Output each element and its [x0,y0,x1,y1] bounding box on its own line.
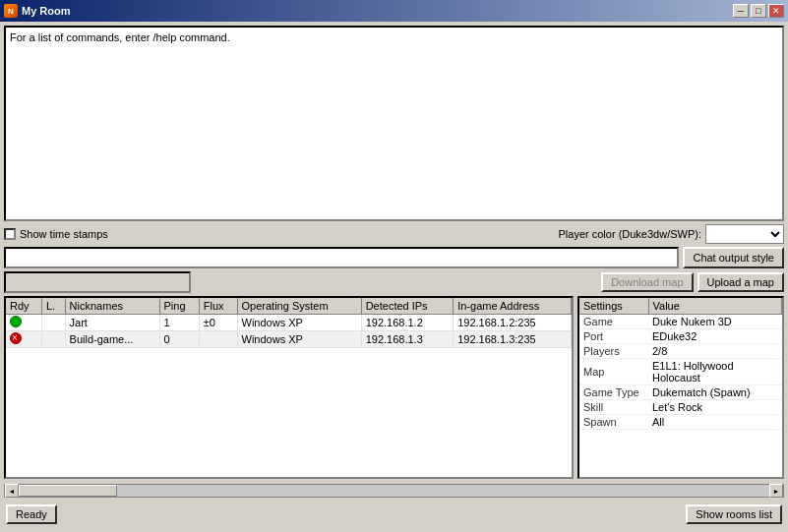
controls-row: Show time stamps Player color (Duke3dw/S… [4,224,784,244]
col-nicknames: Nicknames [65,298,159,315]
setting-value: EDuke32 [648,328,782,343]
player-detected-ip: 192.168.1.2 [361,314,454,330]
scrollbar-track[interactable] [19,485,769,497]
col-flux: Flux [199,298,237,315]
settings-row: GameDuke Nukem 3D [579,314,782,328]
col-ping: Ping [159,298,199,315]
status-left: Ready [6,504,57,524]
chat-output-style-button[interactable]: Chat output style [683,247,784,268]
title-bar: N My Room ─ □ ✕ [0,0,788,22]
settings-row: Game TypeDukematch (Spawn) [579,384,782,399]
status-right: Show rooms list [686,504,782,524]
setting-name: Map [579,358,648,384]
settings-row: Players2/8 [579,343,782,358]
player-lag [41,330,65,347]
setting-value: Let's Rock [648,399,782,414]
minimize-button[interactable]: ─ [733,4,749,18]
settings-row: SpawnAll [579,414,782,429]
player-rdy [6,330,41,347]
player-ping: 0 [159,330,199,347]
map-row: Download map Upload a map [4,271,784,293]
show-timestamps-checkbox[interactable] [4,228,16,240]
settings-table: Settings Value GameDuke Nukem 3DPortEDuk… [579,298,782,430]
setting-value: All [648,414,782,429]
player-os: Windows XP [237,314,361,330]
setting-name: Spawn [579,414,648,429]
col-value: Value [648,298,782,315]
status-green-icon [10,316,22,327]
col-rdy: Rdy [6,298,41,315]
ready-button[interactable]: Ready [6,504,57,524]
horizontal-scrollbar[interactable]: ◄ ► [4,484,784,498]
setting-value: E1L1: Hollywood Holocaust [648,358,782,384]
map-input[interactable] [4,271,191,293]
player-nickname: Jart [65,314,159,330]
player-row[interactable]: Jart1±0Windows XP192.168.1.2192.168.1.2:… [6,314,572,330]
scrollbar-thumb[interactable] [19,485,117,497]
player-rdy [6,314,41,330]
settings-panel: Settings Value GameDuke Nukem 3DPortEDuk… [577,296,784,480]
main-content: For a list of commands, enter /help comm… [0,22,788,532]
chat-input-row: Chat output style [4,247,784,268]
setting-name: Game [579,314,648,328]
col-detected-ips: Detected IPs [361,298,454,315]
player-table-container: Rdy L. Nicknames Ping Flux Operating Sys… [4,296,574,480]
player-flux: ±0 [199,314,237,330]
settings-row: PortEDuke32 [579,328,782,343]
player-color-select[interactable] [705,224,784,244]
setting-name: Game Type [579,384,648,399]
player-row[interactable]: Build-game...0Windows XP192.168.1.3192.1… [6,330,572,347]
bottom-area: Rdy L. Nicknames Ping Flux Operating Sys… [4,296,784,480]
status-red-icon [10,332,22,344]
col-lag: L. [41,298,65,315]
show-timestamps-label: Show time stamps [20,228,108,240]
player-color-group: Player color (Duke3dw/SWP): [559,224,785,244]
app-icon: N [4,4,18,18]
player-detected-ip: 192.168.1.3 [361,330,454,347]
player-os: Windows XP [237,330,361,347]
download-map-button[interactable]: Download map [601,272,693,292]
player-table-header: Rdy L. Nicknames Ping Flux Operating Sys… [6,298,572,315]
close-button[interactable]: ✕ [768,4,784,18]
setting-name: Port [579,328,648,343]
player-nickname: Build-game... [65,330,159,347]
col-settings: Settings [579,298,648,315]
window-title: My Room [22,5,71,17]
settings-table-header: Settings Value [579,298,782,315]
col-ingame-address: In-game Address [454,298,572,315]
settings-row: MapE1L1: Hollywood Holocaust [579,358,782,384]
player-ping: 1 [159,314,199,330]
maximize-button[interactable]: □ [751,4,766,18]
col-os: Operating System [237,298,361,315]
show-timestamps-group: Show time stamps [4,228,108,240]
chat-message: For a list of commands, enter /help comm… [10,31,778,43]
status-bar: Ready Show rooms list [4,501,784,528]
player-table: Rdy L. Nicknames Ping Flux Operating Sys… [6,298,572,348]
chat-input[interactable] [4,247,679,268]
player-flux [199,330,237,347]
settings-row: SkillLet's Rock [579,399,782,414]
setting-value: Dukematch (Spawn) [648,384,782,399]
map-buttons-group: Download map Upload a map [601,272,784,292]
setting-value: Duke Nukem 3D [648,314,782,328]
player-color-label: Player color (Duke3dw/SWP): [559,228,702,240]
title-buttons: ─ □ ✕ [733,4,784,18]
scroll-right-button[interactable]: ► [769,484,783,498]
setting-name: Players [579,343,648,358]
upload-map-button[interactable]: Upload a map [697,272,785,292]
setting-value: 2/8 [648,343,782,358]
player-ingame-address: 192.168.1.3:235 [454,330,572,347]
scroll-left-button[interactable]: ◄ [5,484,19,498]
player-ingame-address: 192.168.1.2:235 [454,314,572,330]
setting-name: Skill [579,399,648,414]
chat-area: For a list of commands, enter /help comm… [4,26,784,221]
show-rooms-list-button[interactable]: Show rooms list [686,504,782,524]
player-lag [41,314,65,330]
